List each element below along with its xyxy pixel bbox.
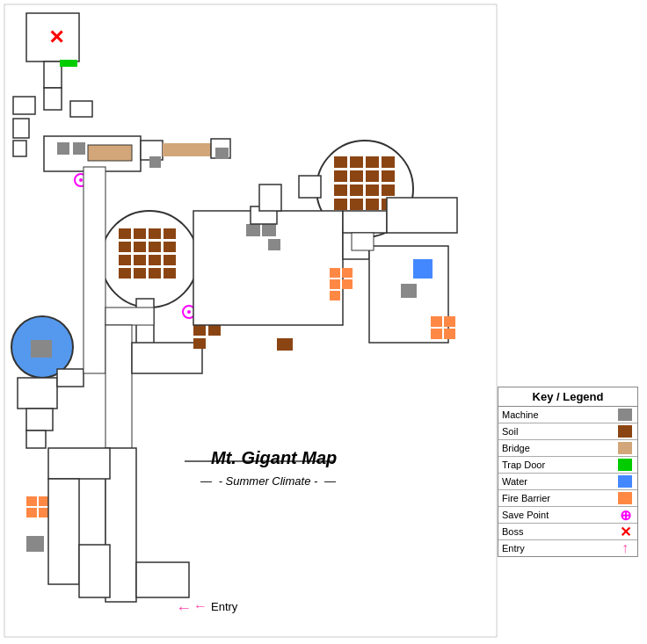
svg-rect-21	[149, 228, 161, 239]
legend-label-boss: Boss	[502, 526, 616, 537]
legend-row-trap: Trap Door	[498, 457, 637, 474]
svg-rect-26	[164, 242, 176, 252]
svg-rect-106	[79, 545, 110, 597]
svg-rect-84	[330, 279, 340, 289]
svg-rect-58	[26, 431, 46, 448]
map-container: Rune Factory A Fantasy Harvest Moon Mt. …	[0, 0, 647, 644]
svg-text:✕: ✕	[48, 26, 64, 48]
entry-label: ← Entry	[193, 598, 237, 614]
svg-rect-47	[382, 185, 395, 196]
legend-label-bridge: Bridge	[502, 443, 616, 453]
svg-rect-105	[48, 479, 79, 584]
svg-rect-8	[13, 141, 26, 156]
svg-rect-6	[70, 101, 92, 117]
svg-rect-97	[387, 198, 457, 233]
legend-row-entry: Entry ↑	[498, 540, 637, 556]
svg-rect-60	[39, 496, 49, 506]
svg-rect-88	[262, 224, 276, 236]
legend-label-entry: Entry	[502, 543, 616, 554]
svg-rect-22	[164, 228, 176, 239]
svg-rect-36	[334, 156, 347, 168]
svg-rect-85	[342, 279, 353, 289]
svg-rect-49	[350, 199, 363, 210]
svg-rect-90	[413, 259, 433, 279]
svg-rect-33	[149, 268, 161, 279]
svg-rect-20	[134, 228, 146, 239]
svg-rect-11	[57, 142, 69, 155]
svg-rect-10	[88, 145, 132, 161]
svg-rect-34	[164, 268, 176, 279]
svg-rect-67	[105, 308, 154, 325]
legend-label-water: Water	[502, 476, 616, 487]
svg-point-17	[79, 178, 83, 182]
legend-icon-water	[616, 474, 634, 488]
svg-rect-110	[149, 156, 161, 168]
legend-row-machine: Machine	[498, 407, 637, 423]
map-name: Mt. Gigant Map	[211, 448, 337, 468]
legend-row-fire: Fire Barrier	[498, 490, 637, 507]
svg-rect-3	[44, 62, 62, 88]
legend-label-save: Save Point	[502, 510, 616, 520]
svg-rect-31	[119, 268, 131, 279]
svg-rect-56	[57, 369, 84, 387]
svg-rect-23	[119, 242, 131, 252]
legend-row-water: Water	[498, 474, 637, 490]
legend-icon-bridge	[616, 441, 634, 455]
svg-rect-108	[215, 148, 229, 159]
svg-rect-74	[208, 325, 221, 336]
svg-rect-44	[334, 185, 347, 196]
svg-rect-104	[48, 448, 110, 479]
svg-rect-62	[39, 508, 49, 517]
svg-rect-28	[134, 255, 146, 265]
svg-rect-50	[366, 199, 379, 210]
svg-rect-38	[366, 156, 379, 168]
legend-icon-fire	[616, 491, 634, 505]
svg-rect-59	[26, 496, 37, 506]
legend-row-soil: Soil	[498, 423, 637, 440]
svg-rect-25	[149, 242, 161, 252]
svg-rect-69	[132, 343, 202, 373]
svg-rect-73	[193, 325, 206, 336]
legend-label-fire: Fire Barrier	[502, 493, 616, 503]
map-climate: - Summer Climate -	[189, 474, 347, 488]
svg-rect-27	[119, 255, 131, 265]
svg-rect-54	[31, 340, 52, 358]
svg-rect-91	[401, 284, 417, 298]
svg-rect-43	[382, 170, 395, 182]
svg-rect-103	[136, 562, 189, 597]
legend-label-trap: Trap Door	[502, 459, 616, 470]
svg-rect-46	[366, 185, 379, 196]
svg-rect-24	[134, 242, 146, 252]
svg-rect-29	[149, 255, 161, 265]
legend-icon-trap	[616, 458, 634, 472]
svg-rect-30	[164, 255, 176, 265]
svg-rect-45	[350, 185, 363, 196]
legend-row-save: Save Point ⊕	[498, 507, 637, 524]
svg-rect-83	[342, 268, 353, 278]
legend-row-boss: Boss ✕	[498, 524, 637, 540]
svg-rect-82	[330, 268, 340, 278]
svg-rect-95	[444, 329, 455, 339]
legend-title: Key / Legend	[498, 387, 637, 407]
svg-rect-109	[268, 239, 280, 250]
svg-text:←: ←	[176, 599, 192, 617]
svg-rect-93	[444, 316, 455, 327]
svg-rect-4	[13, 97, 35, 114]
svg-rect-19	[119, 228, 131, 239]
svg-rect-99	[352, 233, 374, 250]
legend-label-soil: Soil	[502, 426, 616, 437]
svg-rect-12	[73, 142, 85, 155]
legend-icon-entry: ↑	[616, 541, 634, 555]
legend-icon-machine	[616, 408, 634, 422]
svg-rect-37	[350, 156, 363, 168]
legend-label-machine: Machine	[502, 409, 616, 420]
svg-rect-7	[13, 119, 29, 138]
svg-rect-75	[193, 338, 206, 349]
svg-rect-39	[382, 156, 395, 168]
svg-rect-79	[277, 338, 293, 351]
svg-rect-57	[26, 409, 53, 431]
svg-point-71	[187, 310, 191, 314]
svg-rect-87	[246, 224, 260, 236]
svg-rect-14	[163, 143, 211, 156]
svg-rect-101	[299, 176, 321, 198]
